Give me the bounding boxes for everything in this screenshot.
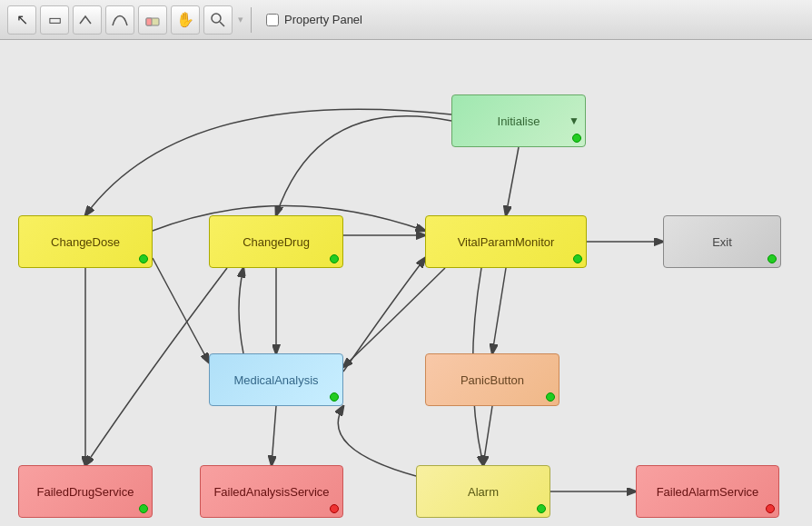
node-initialise[interactable]: Initialise ▼ — [451, 94, 586, 147]
node-vitalparammonitor-dot — [573, 254, 582, 263]
node-initialise-dot — [572, 134, 581, 143]
property-panel-label: Property Panel — [284, 13, 362, 26]
node-faileddrugservice-dot — [139, 504, 148, 513]
toolbar: ↖ ▭ ✋ ▾ Property Panel — [0, 0, 812, 40]
node-changedose-label: ChangeDose — [51, 235, 120, 249]
zoom-tool-button[interactable] — [203, 5, 233, 35]
node-alarm-dot — [537, 504, 546, 513]
node-exit-label: Exit — [712, 235, 732, 249]
toolbar-separator — [251, 7, 252, 33]
node-vitalparammonitor-label: VitalParamMonitor — [458, 235, 555, 249]
svg-rect-1 — [146, 18, 152, 25]
svg-line-7 — [492, 268, 506, 353]
diagram-canvas: Initialise ▼ ChangeDose ChangeDrug Vital… — [0, 40, 812, 526]
node-changedrug-label: ChangeDrug — [243, 235, 310, 249]
svg-line-8 — [483, 406, 492, 465]
node-failedanalysisservice-dot — [330, 504, 339, 513]
edge-tool-button[interactable] — [73, 5, 102, 35]
svg-line-12 — [272, 406, 276, 465]
eraser-tool-button[interactable] — [138, 5, 167, 35]
node-failedalarmservice-label: FailedAlarmService — [657, 485, 759, 499]
node-changedose[interactable]: ChangeDose — [18, 215, 153, 268]
node-medicalanalysis-dot — [330, 392, 339, 402]
node-faileddrugservice-label: FailedDrugService — [37, 485, 134, 499]
arrows-layer — [0, 40, 812, 526]
node-medicalanalysis-label: MedicalAnalysis — [233, 373, 318, 387]
svg-line-5 — [506, 147, 519, 215]
node-alarm[interactable]: Alarm — [416, 465, 550, 518]
property-panel-checkbox[interactable] — [266, 14, 279, 26]
node-exit[interactable]: Exit — [663, 215, 781, 268]
node-panicbutton-label: PanicButton — [460, 373, 524, 387]
bezier-tool-button[interactable] — [105, 5, 134, 35]
node-changedrug[interactable]: ChangeDrug — [209, 215, 343, 268]
node-alarm-label: Alarm — [468, 485, 499, 499]
node-medicalanalysis[interactable]: MedicalAnalysis — [209, 353, 343, 406]
node-exit-dot — [767, 254, 777, 263]
property-panel-toggle-area: Property Panel — [266, 13, 362, 26]
pan-tool-button[interactable]: ✋ — [171, 5, 200, 35]
svg-point-2 — [212, 14, 221, 23]
rectangle-tool-button[interactable]: ▭ — [40, 5, 69, 35]
node-initialise-dropdown: ▼ — [569, 114, 579, 127]
node-failedalarmservice[interactable]: FailedAlarmService — [636, 465, 779, 518]
node-failedalarmservice-dot — [766, 504, 775, 513]
node-changedrug-dot — [330, 254, 339, 263]
select-tool-button[interactable]: ↖ — [7, 5, 36, 35]
node-vitalparammonitor[interactable]: VitalParamMonitor — [425, 215, 587, 268]
node-initialise-label: Initialise — [498, 114, 540, 128]
node-panicbutton[interactable]: PanicButton — [425, 353, 559, 406]
svg-line-3 — [220, 22, 224, 26]
node-failedanalysisservice-label: FailedAnalysisService — [213, 485, 329, 499]
node-changedose-dot — [139, 254, 148, 263]
node-panicbutton-dot — [546, 392, 555, 402]
node-failedanalysisservice[interactable]: FailedAnalysisService — [200, 465, 343, 518]
node-faileddrugservice[interactable]: FailedDrugService — [18, 465, 153, 518]
